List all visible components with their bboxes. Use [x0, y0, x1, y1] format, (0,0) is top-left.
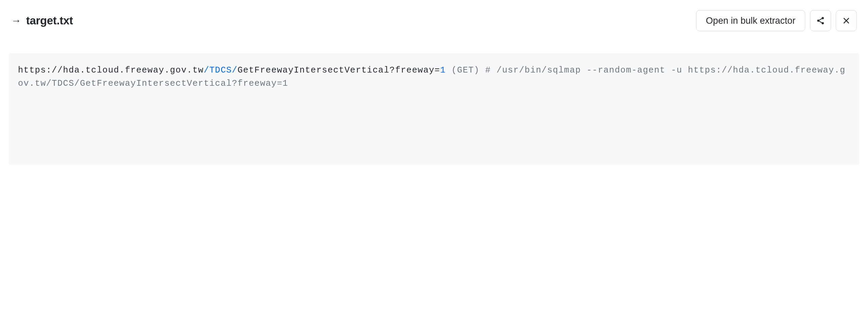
close-icon [842, 16, 851, 25]
share-icon [816, 16, 825, 25]
svg-point-1 [817, 20, 820, 22]
code-url-value: 1 [440, 65, 446, 75]
page-title: target.txt [26, 14, 73, 27]
code-comment-hash: # [485, 65, 496, 75]
close-button[interactable] [836, 10, 857, 31]
share-button[interactable] [810, 10, 831, 31]
svg-point-0 [822, 17, 824, 19]
title-section: → target.txt [11, 14, 73, 27]
code-method-open: ( [446, 65, 457, 75]
code-url-prefix: https://hda.tcloud.freeway.gov.tw [18, 65, 204, 75]
header-bar: → target.txt Open in bulk extractor [8, 10, 860, 31]
svg-point-2 [822, 22, 824, 24]
open-bulk-extractor-button[interactable]: Open in bulk extractor [696, 10, 805, 31]
header-actions: Open in bulk extractor [696, 10, 857, 31]
code-method-close: ) [474, 65, 485, 75]
arrow-right-icon: → [11, 16, 21, 26]
code-url-rest: GetFreewayIntersectVertical?freeway= [238, 65, 440, 75]
code-method: GET [457, 65, 474, 75]
code-content: https://hda.tcloud.freeway.gov.tw/TDCS/G… [8, 53, 860, 165]
code-url-path: /TDCS/ [204, 65, 238, 75]
